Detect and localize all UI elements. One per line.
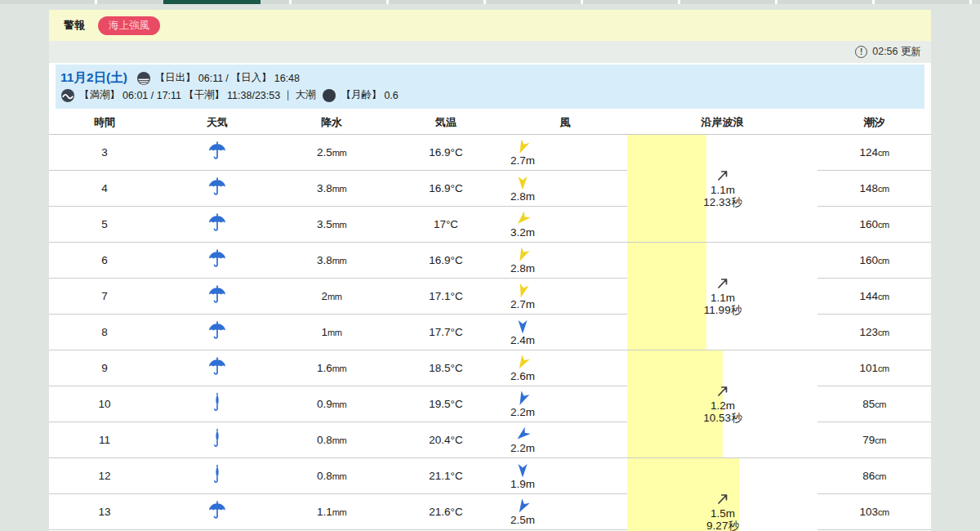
- weather-cell: [160, 206, 274, 242]
- temp-cell: 16.9°C: [389, 242, 503, 278]
- umbrella-open-icon: [207, 176, 228, 198]
- weather-cell: [160, 314, 274, 350]
- hour-cell: 3: [49, 134, 160, 170]
- wave-label: 1.1m 12.33秒: [686, 168, 760, 208]
- sunset-time: 16:48: [274, 73, 300, 84]
- wave-label: 1.2m 10.53秒: [686, 384, 760, 424]
- slash: /: [225, 73, 228, 84]
- update-row: ! 02:56 更新: [49, 41, 931, 63]
- precip-cell: 2.5mm: [274, 134, 389, 170]
- temp-cell: 17.7°C: [389, 314, 503, 350]
- temp-cell: 16.9°C: [389, 134, 503, 170]
- coastal-wave-cell: 1.1m 12.33秒: [627, 134, 817, 242]
- tide-cell: 103cm: [817, 493, 931, 529]
- col-header-tide: 潮汐: [817, 112, 931, 134]
- precip-cell: 3.5mm: [274, 206, 389, 242]
- umbrella-open-icon: [207, 320, 228, 341]
- precip-cell: 1.6mm: [274, 350, 389, 386]
- coastal-wave-cell: 1.1m 11.99秒: [627, 242, 817, 350]
- hour-cell: 11: [49, 422, 160, 457]
- coastal-wave-cell: 1.2m 10.53秒: [627, 350, 817, 457]
- table-row: 9 1.6mm 18.5°C 2.6m: [49, 350, 931, 386]
- tide-type: 大潮: [295, 88, 315, 102]
- wave-direction-arrow-icon: [715, 384, 730, 399]
- tide-cell: 79cm: [817, 422, 931, 457]
- wind-direction-arrow-icon: [514, 175, 531, 191]
- temp-cell: 21.1°C: [389, 457, 503, 493]
- tide-cell: 85cm: [817, 386, 931, 422]
- weather-cell: [160, 134, 274, 170]
- precip-cell: 3.8mm: [274, 170, 389, 206]
- wind-cell: 1.9m: [503, 457, 627, 493]
- tide-cell: 101cm: [817, 350, 931, 386]
- hour-cell: 9: [49, 350, 160, 386]
- tide-divider: ｜: [283, 88, 292, 102]
- precip-cell: 3.8mm: [274, 242, 389, 278]
- wind-cell: 2.7m: [503, 134, 627, 170]
- active-tab-indicator[interactable]: [163, 0, 261, 4]
- lowtide-times: 11:38/23:53: [227, 90, 280, 101]
- sunset-icon: [136, 71, 151, 86]
- temp-cell: 21.6°C: [389, 493, 503, 529]
- wind-cell: 2.4m: [503, 314, 627, 350]
- moon-age-value: 0.6: [384, 90, 398, 101]
- page-date: 11月2日(土): [60, 69, 127, 87]
- sun-line: 11月2日(土) 【日出】 06:11 / 【日入】 16:48: [60, 69, 924, 87]
- weather-cell: [160, 493, 274, 529]
- wave-direction-arrow-icon: [715, 492, 730, 506]
- hightide-times: 06:01 / 17:11: [122, 90, 181, 101]
- col-header-precip: 降水: [274, 112, 389, 134]
- top-tab-strip: [0, 0, 980, 4]
- umbrella-closed-icon: [207, 392, 228, 413]
- precip-cell: 1mm: [274, 314, 389, 350]
- hour-cell: 7: [49, 278, 160, 314]
- info-icon: !: [855, 46, 867, 58]
- forecast-table: 時間 天気 降水 気温 風 沿岸波浪 潮汐 3 2.5mm 1: [49, 112, 931, 531]
- col-header-waves: 沿岸波浪: [627, 112, 817, 134]
- wind-cell: 2.7m: [503, 278, 627, 314]
- precip-cell: 1.1mm: [274, 493, 389, 529]
- temp-cell: 16.9°C: [389, 170, 503, 206]
- content-panel: 警報 海上強風 ! 02:56 更新 11月2日(土) 【日出】 06:11 /…: [49, 10, 931, 531]
- precip-cell: 2mm: [274, 278, 389, 314]
- warning-label: 警報: [64, 18, 85, 33]
- wind-cell: 3.2m: [503, 206, 627, 242]
- hour-cell: 5: [49, 206, 160, 242]
- tide-cell: 160cm: [817, 206, 931, 242]
- hour-cell: 12: [49, 457, 160, 493]
- wind-cell: 2.8m: [503, 242, 627, 278]
- wind-cell: 2.5m: [503, 493, 627, 529]
- hour-cell: 8: [49, 314, 160, 350]
- warning-badge-sea-wind[interactable]: 海上強風: [98, 16, 160, 35]
- table-row: 3 2.5mm 16.9°C 2.7m: [49, 134, 931, 170]
- wind-direction-arrow-icon: [514, 319, 531, 335]
- weather-cell: [160, 457, 274, 493]
- forecast-tbody: 3 2.5mm 16.9°C 2.7m: [49, 134, 931, 531]
- tide-line: 【満潮】 06:01 / 17:11 【干潮】 11:38/23:53 ｜ 大潮…: [60, 87, 924, 104]
- umbrella-open-icon: [207, 248, 228, 270]
- coastal-wave-cell: 1.5m 9.27秒: [627, 457, 817, 531]
- date-header: 11月2日(土) 【日出】 06:11 / 【日入】 16:48 【満潮】 06…: [56, 65, 924, 109]
- warning-bar: 警報 海上強風: [49, 10, 931, 41]
- wave-label: 1.1m 11.99秒: [686, 276, 760, 316]
- weather-cell: [160, 170, 274, 206]
- wind-direction-arrow-icon: [514, 462, 531, 479]
- hour-cell: 6: [49, 242, 160, 278]
- umbrella-open-icon: [207, 500, 228, 521]
- tide-cell: 86cm: [817, 457, 931, 493]
- tide-cell: 144cm: [817, 278, 931, 314]
- moon-age-label: 【月齢】: [341, 88, 381, 102]
- umbrella-open-icon: [207, 212, 228, 234]
- umbrella-open-icon: [207, 284, 228, 306]
- col-header-weather: 天気: [160, 112, 274, 134]
- wave-label: 1.5m 9.27秒: [686, 492, 760, 531]
- sunrise-label: 【日出】: [155, 71, 196, 85]
- wave-direction-arrow-icon: [715, 276, 730, 291]
- hour-cell: 10: [49, 386, 160, 422]
- hightide-label: 【満潮】: [79, 88, 120, 102]
- wind-cell: 2.2m: [503, 386, 627, 422]
- weather-cell: [160, 350, 274, 386]
- umbrella-open-icon: [207, 356, 228, 377]
- temp-cell: 17°C: [389, 206, 503, 242]
- weather-cell: [160, 242, 274, 278]
